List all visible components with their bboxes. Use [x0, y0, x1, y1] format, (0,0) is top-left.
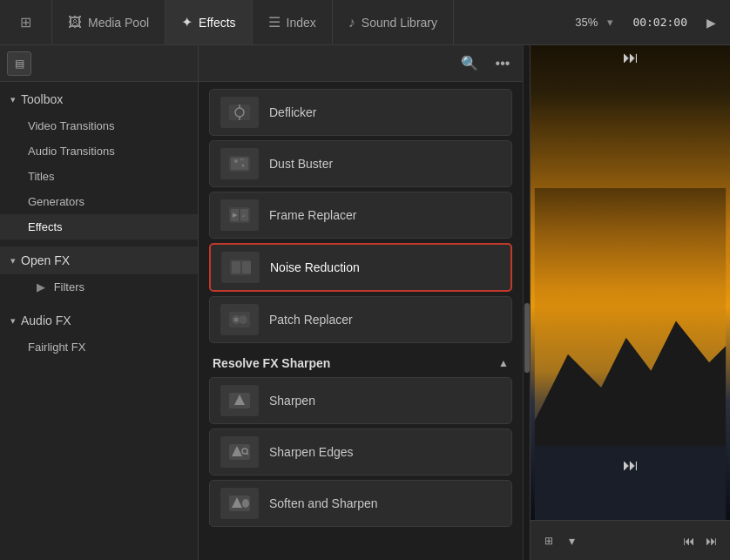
- sharpen-section-collapse-icon[interactable]: ▲: [498, 357, 509, 369]
- sidebar-item-generators[interactable]: Generators: [0, 189, 198, 214]
- index-icon: ☰: [268, 14, 281, 30]
- main-area: ▤ ▾ Toolbox Video Transitions Audio Tran…: [0, 45, 730, 560]
- svg-rect-14: [232, 261, 240, 273]
- preview-crop-btn[interactable]: ⊞: [537, 530, 560, 552]
- effect-item-noise-reduction[interactable]: Noise Reduction: [209, 243, 512, 292]
- sidebar-item-effects[interactable]: Effects: [0, 214, 198, 240]
- panel-collapse-btn[interactable]: ▶: [700, 16, 723, 30]
- deflicker-label: Deflicker: [269, 105, 316, 119]
- sidebar-toggle-icon: ▤: [15, 57, 24, 70]
- more-options-button[interactable]: •••: [490, 52, 516, 75]
- sidebar-item-video-transitions[interactable]: Video Transitions: [0, 113, 198, 138]
- svg-rect-5: [231, 158, 248, 170]
- effect-item-frame-replacer[interactable]: ▶↙ Frame Replacer: [209, 192, 512, 239]
- generators-label: Generators: [28, 195, 84, 208]
- effect-item-deflicker[interactable]: Deflicker: [209, 89, 512, 136]
- effect-item-soften-and-sharpen[interactable]: Soften and Sharpen: [209, 480, 512, 527]
- effect-item-sharpen[interactable]: Sharpen: [209, 377, 512, 424]
- preview-skip-to-end-btn[interactable]: ⏭: [623, 456, 639, 475]
- sidebar-item-fairlight-fx[interactable]: Fairlight FX: [0, 334, 198, 360]
- nav-sound-library[interactable]: ♪ Sound Library: [333, 0, 454, 44]
- preview-panel: ⏭ ⏭: [530, 45, 730, 560]
- effect-item-patch-replacer[interactable]: Patch Replacer: [209, 296, 512, 343]
- titles-label: Titles: [28, 170, 55, 183]
- fairlight-fx-label: Fairlight FX: [28, 341, 85, 354]
- preview-image: ⏭ ⏭: [531, 45, 730, 520]
- effects-scrollbar[interactable]: [523, 45, 530, 560]
- toolbox-chevron-icon: ▾: [10, 94, 16, 105]
- soften-and-sharpen-label: Soften and Sharpen: [269, 496, 378, 510]
- nav-index[interactable]: ☰ Index: [253, 0, 333, 44]
- sidebar-toggle-btn[interactable]: ▤: [7, 51, 31, 76]
- sidebar-item-titles[interactable]: Titles: [0, 164, 198, 189]
- open-fx-parent[interactable]: ▾ Open FX: [0, 246, 198, 274]
- preview-fast-back-btn[interactable]: ⏭: [700, 530, 723, 552]
- sharpen-section-title: Resolve FX Sharpen: [213, 356, 330, 370]
- sidebar-item-filters[interactable]: ▶ Filters: [0, 274, 198, 300]
- preview-skip-to-start-btn[interactable]: ⏭: [623, 49, 639, 67]
- preview-controls: ⊞ ▾ ⏮ ⏭: [531, 520, 730, 560]
- deflicker-icon: [220, 97, 259, 128]
- effects-toolbar: 🔍 •••: [199, 45, 523, 82]
- effects-label: Effects: [28, 220, 63, 233]
- sidebar-toolbar: ▤: [0, 45, 198, 82]
- video-transitions-label: Video Transitions: [28, 119, 115, 132]
- preview-dropdown-btn[interactable]: ▾: [560, 530, 583, 552]
- sharpen-edges-label: Sharpen Edges: [269, 445, 354, 459]
- audio-fx-section: ▾ Audio FX Fairlight FX: [0, 303, 198, 363]
- open-fx-section: ▾ Open FX ▶ Filters: [0, 243, 198, 303]
- workspace-icon: ⊞: [20, 14, 31, 30]
- svg-rect-15: [242, 261, 251, 273]
- sharpen-section-header: Resolve FX Sharpen ▲: [209, 347, 512, 377]
- effects-main: 🔍 ••• Deflicker Dust Buster: [199, 45, 530, 560]
- filters-chevron-icon: ▶: [37, 280, 45, 293]
- open-fx-chevron-icon: ▾: [10, 255, 16, 267]
- audio-fx-parent[interactable]: ▾ Audio FX: [0, 307, 198, 334]
- audio-fx-label: Audio FX: [21, 314, 71, 327]
- dust-buster-label: Dust Buster: [269, 157, 333, 171]
- soften-and-sharpen-icon: [220, 488, 259, 519]
- effects-panel: 🔍 ••• Deflicker Dust Buster: [199, 45, 523, 560]
- sharpen-label: Sharpen: [269, 394, 315, 408]
- sound-library-icon: ♪: [348, 15, 355, 30]
- toolbox-section: ▾ Toolbox Video Transitions Audio Transi…: [0, 82, 198, 243]
- audio-fx-chevron-icon: ▾: [10, 315, 16, 327]
- effects-nav-icon: ✦: [181, 14, 193, 30]
- noise-reduction-label: Noise Reduction: [270, 260, 360, 274]
- svg-point-27: [242, 499, 249, 508]
- timecode-display: 00:02:00: [624, 16, 696, 29]
- nav-effects-label: Effects: [199, 16, 236, 30]
- sharpen-edges-icon: [220, 436, 259, 468]
- nav-media-pool-label: Media Pool: [88, 16, 149, 30]
- frame-replacer-icon: ▶↙: [220, 199, 259, 231]
- noise-reduction-icon: [221, 252, 260, 283]
- dust-buster-icon: [220, 148, 259, 179]
- toolbox-label: Toolbox: [21, 92, 63, 106]
- svg-point-6: [234, 159, 238, 163]
- effect-item-sharpen-edges[interactable]: Sharpen Edges: [209, 428, 512, 476]
- zoom-level[interactable]: 35% ▾: [568, 16, 620, 29]
- patch-replacer-icon: [220, 304, 259, 335]
- frame-replacer-label: Frame Replacer: [269, 208, 356, 222]
- zoom-chevron-icon: ▾: [607, 16, 613, 29]
- nav-media-pool[interactable]: 🖼 Media Pool: [52, 0, 166, 44]
- nav-sound-library-label: Sound Library: [362, 16, 437, 30]
- nav-effects[interactable]: ✦ Effects: [166, 0, 253, 44]
- sharpen-icon: [220, 385, 259, 416]
- effects-content: Deflicker Dust Buster ▶↙ Frame Replacer: [199, 82, 523, 560]
- search-button[interactable]: 🔍: [456, 52, 483, 75]
- sidebar-item-audio-transitions[interactable]: Audio Transitions: [0, 138, 198, 164]
- preview-rewind-btn[interactable]: ⏮: [678, 530, 700, 552]
- toolbox-parent[interactable]: ▾ Toolbox: [0, 85, 198, 113]
- svg-point-18: [239, 315, 247, 324]
- patch-replacer-label: Patch Replacer: [269, 313, 353, 327]
- effects-scrollbar-thumb[interactable]: [524, 303, 530, 373]
- effect-item-dust-buster[interactable]: Dust Buster: [209, 140, 512, 187]
- svg-point-7: [242, 165, 245, 167]
- audio-transitions-label: Audio Transitions: [28, 145, 115, 158]
- sidebar: ▤ ▾ Toolbox Video Transitions Audio Tran…: [0, 45, 199, 560]
- nav-index-label: Index: [287, 16, 316, 30]
- media-pool-icon: 🖼: [68, 15, 82, 30]
- filters-label: Filters: [54, 280, 84, 293]
- nav-workspace[interactable]: ⊞: [0, 0, 52, 44]
